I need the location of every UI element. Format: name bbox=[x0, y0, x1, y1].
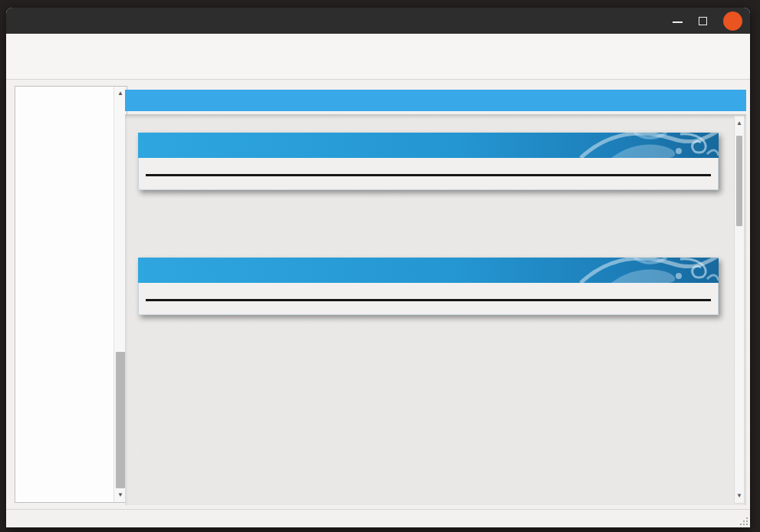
close-icon[interactable] bbox=[723, 11, 742, 31]
maximize-icon[interactable] bbox=[699, 17, 707, 25]
flourish-decoration-icon bbox=[489, 133, 719, 158]
resize-grip[interactable] bbox=[736, 514, 748, 526]
menubar bbox=[6, 34, 750, 52]
sidebar-items bbox=[15, 87, 114, 502]
window-controls bbox=[673, 8, 742, 34]
section-header bbox=[138, 258, 719, 283]
view-header-bar bbox=[125, 90, 746, 111]
section-body bbox=[138, 158, 719, 190]
sidebar-scrollbar-thumb[interactable] bbox=[116, 352, 125, 488]
kmymoney-window: ▲ ▼ bbox=[6, 8, 750, 527]
main-area: ▲ ▼ bbox=[6, 80, 750, 509]
home-scrollview: ▲ ▼ bbox=[125, 114, 746, 505]
toolbar bbox=[6, 52, 750, 80]
statusbar bbox=[6, 509, 750, 527]
section-header bbox=[138, 133, 719, 158]
payment-accounts-section bbox=[138, 258, 719, 315]
assets-table-header-row bbox=[146, 166, 711, 176]
view-sidebar: ▲ ▼ bbox=[15, 86, 127, 503]
assets-liabilities-section bbox=[138, 133, 719, 190]
home-view: ▲ ▼ bbox=[125, 90, 746, 505]
desktop-background: ▲ ▼ bbox=[0, 0, 760, 532]
payments-table-header-row bbox=[146, 291, 711, 301]
minimize-icon[interactable] bbox=[673, 21, 683, 23]
content-scrollbar-thumb[interactable] bbox=[736, 136, 742, 226]
scroll-up-icon[interactable]: ▲ bbox=[735, 118, 744, 129]
titlebar[interactable] bbox=[6, 8, 750, 34]
section-body bbox=[138, 283, 719, 315]
content-scrollbar[interactable]: ▲ ▼ bbox=[734, 116, 745, 504]
scroll-down-icon[interactable]: ▼ bbox=[735, 491, 744, 501]
flourish-decoration-icon bbox=[489, 258, 719, 283]
